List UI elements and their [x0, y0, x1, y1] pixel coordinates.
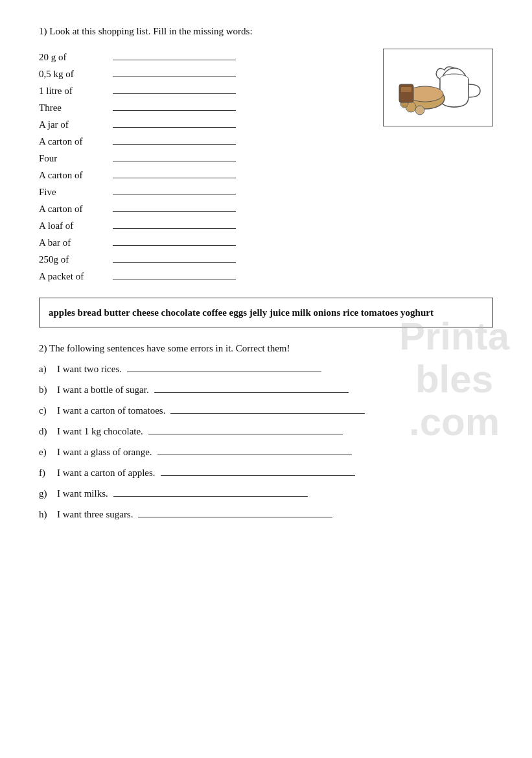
item-label: Five: [39, 187, 110, 198]
item-label: 0,5 kg of: [39, 69, 110, 80]
answer-line[interactable]: [127, 361, 321, 372]
sentence-item: f)I want a carton of apples.: [39, 464, 493, 479]
item-label: A carton of: [39, 170, 110, 181]
sentence-item: e)I want a glass of orange.: [39, 444, 493, 458]
shopping-item: 20 g of: [39, 49, 364, 63]
sentence-letter: b): [39, 385, 53, 396]
section1-header: 1) Look at this shopping list. Fill in t…: [39, 26, 493, 37]
item-label: 250g of: [39, 254, 110, 265]
shopping-area: 20 g of0,5 kg of1 litre ofThreeA jar ofA…: [39, 49, 493, 285]
item-label: A jar of: [39, 119, 110, 130]
answer-line[interactable]: [157, 444, 352, 455]
shopping-item: A jar of: [39, 116, 364, 130]
sentence-letter: d): [39, 426, 53, 437]
shopping-item: A loaf of: [39, 217, 364, 231]
shopping-item: 250g of: [39, 251, 364, 265]
grocery-image: [383, 49, 493, 126]
sentence-text: I want a carton of tomatoes.: [57, 405, 165, 416]
item-label: 1 litre of: [39, 86, 110, 97]
sentence-text: I want a carton of apples.: [57, 468, 156, 479]
item-label: A bar of: [39, 237, 110, 248]
sentence-item: h)I want three sugars.: [39, 506, 493, 520]
answer-field[interactable]: [113, 200, 236, 212]
sentence-text: I want 1 kg chocolate.: [57, 426, 143, 437]
answer-field[interactable]: [113, 184, 236, 195]
shopping-item: Five: [39, 184, 364, 198]
answer-field[interactable]: [113, 268, 236, 279]
sentence-text: I want a glass of orange.: [57, 447, 152, 458]
svg-rect-8: [401, 87, 411, 92]
item-label: Four: [39, 153, 110, 164]
sentence-letter: h): [39, 509, 53, 520]
shopping-item: A carton of: [39, 167, 364, 181]
svg-point-5: [415, 106, 424, 115]
item-label: Three: [39, 102, 110, 113]
answer-field[interactable]: [113, 234, 236, 246]
answer-field[interactable]: [113, 251, 236, 263]
sentence-text: I want milks.: [57, 488, 108, 499]
sentence-text: I want two rices.: [57, 364, 122, 375]
item-label: A carton of: [39, 136, 110, 147]
shopping-item: A packet of: [39, 268, 364, 282]
sentence-letter: c): [39, 405, 53, 416]
item-label: A carton of: [39, 204, 110, 215]
shopping-item: A bar of: [39, 234, 364, 248]
answer-field[interactable]: [113, 133, 236, 145]
shopping-item: Three: [39, 99, 364, 113]
shopping-item: 1 litre of: [39, 82, 364, 97]
word-bank: apples bread butter cheese chocolate cof…: [39, 298, 493, 327]
answer-field[interactable]: [113, 65, 236, 77]
answer-line[interactable]: [170, 402, 365, 414]
sentence-letter: g): [39, 488, 53, 499]
sentence-letter: e): [39, 447, 53, 458]
answer-field[interactable]: [113, 150, 236, 161]
shopping-item: Four: [39, 150, 364, 164]
sentence-text: I want a bottle of sugar.: [57, 385, 149, 396]
answer-field[interactable]: [113, 217, 236, 229]
sentence-list: a)I want two rices.b)I want a bottle of …: [39, 361, 493, 520]
sentence-text: I want three sugars.: [57, 509, 133, 520]
answer-line[interactable]: [138, 506, 332, 517]
section2-header: 2) The following sentences have some err…: [39, 343, 493, 354]
answer-line[interactable]: [161, 464, 355, 476]
answer-line[interactable]: [113, 485, 308, 497]
answer-field[interactable]: [113, 116, 236, 128]
sentence-letter: f): [39, 468, 53, 479]
sentence-letter: a): [39, 364, 53, 375]
item-label: A loaf of: [39, 220, 110, 231]
answer-field[interactable]: [113, 167, 236, 178]
sentence-item: g)I want milks.: [39, 485, 493, 499]
answer-field[interactable]: [113, 82, 236, 94]
shopping-item: A carton of: [39, 200, 364, 215]
item-label: A packet of: [39, 271, 110, 282]
shopping-list: 20 g of0,5 kg of1 litre ofThreeA jar ofA…: [39, 49, 364, 285]
shopping-item: A carton of: [39, 133, 364, 147]
word-bank-text: apples bread butter cheese chocolate cof…: [49, 307, 434, 318]
sentence-item: d)I want 1 kg chocolate.: [39, 423, 493, 437]
answer-field[interactable]: [113, 49, 236, 60]
sentence-item: c)I want a carton of tomatoes.: [39, 402, 493, 416]
sentence-item: a)I want two rices.: [39, 361, 493, 375]
answer-line[interactable]: [148, 423, 343, 434]
answer-field[interactable]: [113, 99, 236, 111]
shopping-item: 0,5 kg of: [39, 65, 364, 80]
sentence-item: b)I want a bottle of sugar.: [39, 381, 493, 396]
item-label: 20 g of: [39, 52, 110, 63]
answer-line[interactable]: [154, 381, 349, 393]
